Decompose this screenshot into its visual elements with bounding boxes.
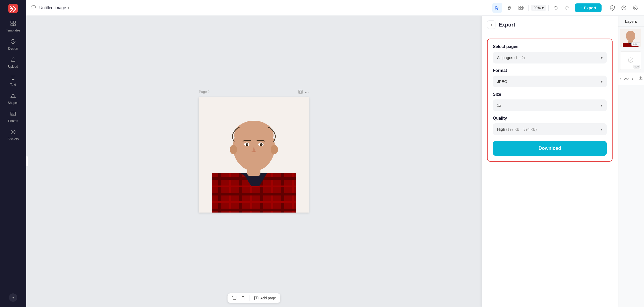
sidebar-item-shapes[interactable]: Shapes — [3, 90, 24, 107]
layers-title: Layers — [618, 16, 644, 27]
layout-tool-btn[interactable]: ▾ — [516, 3, 526, 13]
svg-rect-3 — [13, 21, 15, 23]
quality-value: High (197 KB – 394 KB) — [497, 127, 537, 131]
add-page-btn[interactable]: Add page — [254, 296, 276, 300]
person-illustration — [199, 97, 309, 213]
content-area: ‹ Page 2 ⋯ — [26, 16, 644, 307]
pages-chevron-icon: ▾ — [601, 56, 603, 60]
sidebar-collapse-btn[interactable]: ▾ — [9, 293, 17, 302]
sidebar-item-label: Photos — [8, 119, 18, 123]
svg-rect-15 — [521, 8, 522, 10]
export-label: Export — [584, 6, 596, 10]
select-tool-btn[interactable] — [492, 3, 502, 13]
svg-rect-7 — [11, 112, 15, 116]
svg-point-46 — [247, 144, 248, 145]
layer-item-2[interactable]: size — [618, 49, 644, 72]
size-value: 1x — [497, 103, 501, 108]
export-panel-header: ‹ Export — [482, 16, 618, 33]
cloud-icon — [30, 4, 36, 11]
canvas-area[interactable]: ‹ Page 2 ⋯ — [26, 16, 482, 307]
export-panel-title: Export — [499, 22, 515, 28]
download-button[interactable]: Download — [493, 141, 607, 156]
page-actions: ⋯ — [298, 90, 309, 95]
add-page-duplicate-btn[interactable] — [232, 296, 237, 300]
main-area: Untitled image ▾ — [26, 0, 644, 307]
page-frame-btn[interactable] — [298, 90, 303, 95]
toolbar-divider2 — [548, 5, 549, 11]
svg-rect-12 — [519, 6, 520, 8]
quality-select[interactable]: High (197 KB – 394 KB) ▾ — [493, 123, 607, 135]
topbar-right-icons — [608, 3, 640, 12]
size-chevron-icon: ▾ — [601, 103, 603, 108]
sidebar-item-label: Templates — [6, 29, 20, 32]
sidebar-item-upload[interactable]: Upload — [3, 54, 24, 71]
sidebar-item-label: Upload — [8, 65, 18, 68]
svg-rect-21 — [299, 91, 302, 93]
zoom-chevron-icon: ▾ — [542, 6, 544, 10]
sidebar-item-label: Stickers — [8, 137, 19, 141]
select-pages-group: Select pages All pages (1 – 2) ▾ — [493, 44, 607, 63]
layer-2-badge: size — [634, 65, 640, 68]
quality-group: Quality High (197 KB – 394 KB) ▾ — [493, 116, 607, 135]
sidebar-item-stickers[interactable]: Stickers — [3, 126, 24, 144]
export-button[interactable]: + Export — [575, 3, 602, 12]
quality-chevron-icon: ▾ — [601, 127, 603, 131]
layer-item-1[interactable]: bkgr... — [618, 27, 644, 49]
document-title: Untitled image — [39, 6, 66, 10]
layer-thumb-1: bkgr... — [620, 29, 641, 47]
redo-btn[interactable] — [562, 3, 572, 13]
settings-btn[interactable] — [631, 3, 640, 12]
export-options-box: Select pages All pages (1 – 2) ▾ Format — [487, 39, 613, 162]
format-select[interactable]: JPEG ▾ — [493, 76, 607, 87]
svg-point-11 — [14, 131, 14, 132]
app-logo[interactable] — [7, 3, 19, 14]
shield-btn[interactable] — [608, 3, 617, 12]
layers-upload-btn[interactable] — [637, 75, 644, 83]
export-back-btn[interactable]: ‹ — [487, 20, 495, 29]
svg-point-55 — [626, 31, 635, 41]
back-chevron-icon: ‹ — [490, 22, 492, 28]
pages-select[interactable]: All pages (1 – 2) ▾ — [493, 52, 607, 63]
left-sidebar: Templates Design Upload Text — [0, 0, 26, 307]
layers-bottom-nav: ‹ 2/2 › — [618, 72, 644, 85]
upload-icon — [10, 57, 16, 64]
format-label: Format — [493, 68, 607, 73]
sidebar-item-label: Design — [8, 47, 18, 50]
sidebar-item-photos[interactable]: Photos — [3, 108, 24, 125]
text-icon — [10, 75, 16, 82]
svg-point-44 — [246, 143, 248, 146]
svg-point-18 — [635, 7, 636, 9]
layer-1-badge: bkgr... — [631, 42, 640, 46]
chevron-down-icon: ▾ — [12, 295, 14, 300]
size-select[interactable]: 1x ▾ — [493, 99, 607, 111]
document-title-area[interactable]: Untitled image ▾ — [39, 6, 69, 10]
export-plus-icon: + — [580, 6, 582, 10]
size-label: Size — [493, 92, 607, 97]
sidebar-item-templates[interactable]: Templates — [3, 18, 24, 35]
page-more-btn[interactable]: ⋯ — [305, 90, 309, 95]
next-page-btn[interactable]: › — [631, 76, 634, 82]
photos-icon — [10, 111, 16, 118]
delete-page-btn[interactable] — [241, 296, 245, 300]
pages-value: All pages (1 – 2) — [497, 55, 525, 60]
sidebar-item-design[interactable]: Design — [3, 36, 24, 53]
hand-tool-btn[interactable] — [504, 3, 514, 13]
help-btn[interactable] — [619, 3, 628, 12]
svg-rect-14 — [519, 8, 520, 10]
topbar: Untitled image ▾ — [26, 0, 644, 16]
bottom-toolbar: Add page — [228, 293, 280, 303]
svg-point-47 — [261, 144, 262, 145]
quality-label: Quality — [493, 116, 607, 121]
svg-rect-13 — [521, 6, 522, 8]
toolbar-tools: ▾ 29% ▾ — [492, 3, 572, 13]
zoom-control[interactable]: 29% ▾ — [531, 5, 546, 11]
svg-point-40 — [271, 145, 278, 154]
panel-collapse-handle[interactable]: ‹ — [26, 156, 28, 167]
sidebar-item-text[interactable]: Text — [3, 72, 24, 89]
design-icon — [10, 39, 16, 46]
svg-point-41 — [234, 121, 274, 150]
page-info: 2/2 — [624, 77, 629, 81]
undo-btn[interactable] — [551, 3, 561, 13]
prev-page-btn[interactable]: ‹ — [618, 76, 622, 82]
bottom-divider — [250, 295, 250, 301]
